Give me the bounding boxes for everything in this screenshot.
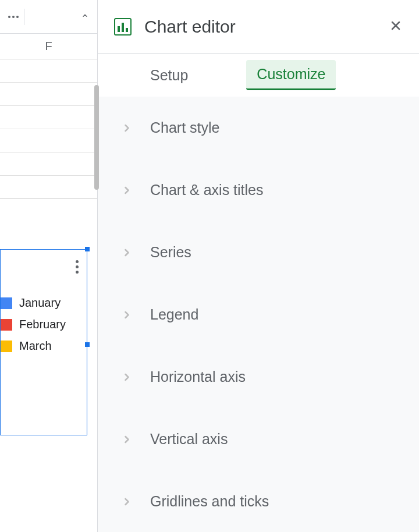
section-legend[interactable]: Legend	[98, 283, 419, 346]
legend-label: March	[19, 339, 52, 353]
spreadsheet-pane: F January February M	[0, 0, 98, 532]
chart-editor-panel: Chart editor Setup Customize Chart style…	[98, 0, 419, 532]
chart-object[interactable]: January February March	[0, 249, 87, 435]
section-label: Vertical axis	[150, 431, 228, 448]
section-chart-axis-titles[interactable]: Chart & axis titles	[98, 159, 419, 221]
chart-menu-icon[interactable]	[76, 260, 79, 274]
more-icon[interactable]	[8, 9, 24, 25]
close-icon[interactable]	[389, 19, 403, 35]
legend-item: January	[1, 296, 66, 310]
legend-item: February	[1, 318, 66, 331]
section-gridlines-ticks[interactable]: Gridlines and ticks	[98, 470, 419, 532]
legend-swatch-icon	[1, 341, 12, 352]
chart-editor-icon	[114, 18, 132, 36]
legend-item: March	[1, 339, 66, 353]
section-label: Series	[150, 244, 191, 261]
sheet-toolbar	[0, 0, 97, 34]
editor-tabs: Setup Customize	[98, 54, 419, 97]
section-series[interactable]: Series	[98, 221, 419, 283]
tab-setup[interactable]: Setup	[150, 67, 188, 84]
cell[interactable]	[0, 152, 97, 176]
section-label: Chart style	[150, 119, 219, 136]
chevron-right-icon	[121, 371, 133, 383]
scrollbar-thumb[interactable]	[94, 85, 99, 190]
chevron-right-icon	[121, 496, 133, 508]
legend-label: January	[19, 296, 61, 310]
customize-sections: Chart style Chart & axis titles Series L…	[98, 97, 419, 532]
legend-swatch-icon	[1, 297, 12, 309]
chevron-right-icon	[121, 185, 133, 196]
chart-legend: January February March	[1, 296, 66, 353]
cell[interactable]	[0, 129, 97, 152]
legend-label: February	[19, 318, 66, 331]
cell[interactable]	[0, 106, 97, 129]
column-header[interactable]: F	[0, 34, 97, 59]
tab-customize[interactable]: Customize	[246, 60, 336, 90]
section-label: Chart & axis titles	[150, 182, 264, 198]
editor-title: Chart editor	[144, 17, 376, 37]
cell[interactable]	[0, 176, 97, 199]
cell[interactable]	[0, 59, 97, 83]
section-chart-style[interactable]: Chart style	[98, 97, 419, 159]
chevron-right-icon	[121, 247, 133, 258]
section-label: Gridlines and ticks	[150, 493, 269, 510]
section-vertical-axis[interactable]: Vertical axis	[98, 408, 419, 470]
cell[interactable]	[0, 83, 97, 106]
collapse-icon[interactable]	[81, 12, 89, 22]
section-horizontal-axis[interactable]: Horizontal axis	[98, 346, 419, 408]
editor-header: Chart editor	[98, 0, 419, 54]
chevron-right-icon	[121, 122, 133, 134]
chevron-right-icon	[121, 434, 133, 445]
legend-swatch-icon	[1, 319, 12, 331]
section-label: Horizontal axis	[150, 368, 246, 385]
chevron-right-icon	[121, 309, 133, 321]
section-label: Legend	[150, 306, 198, 323]
